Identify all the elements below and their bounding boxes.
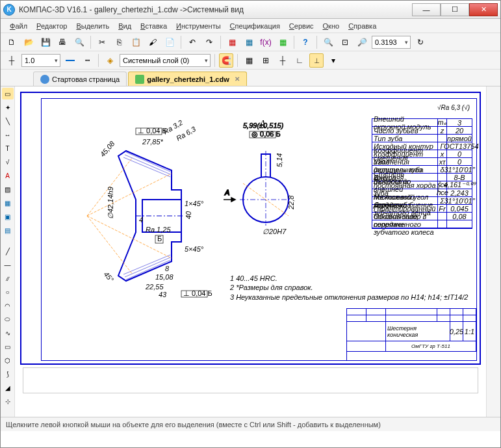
axis-tool[interactable]: A (2, 170, 14, 181)
library-button[interactable]: ▦ (242, 35, 256, 49)
layer-icon[interactable]: ◈ (103, 53, 117, 68)
menu-help[interactable]: Справка (344, 21, 380, 31)
para-tool[interactable]: ⫽ (2, 272, 14, 284)
menu-select[interactable]: Выделить (72, 21, 113, 31)
note-3: 3 Неуказанные предельные отклонения разм… (230, 293, 468, 302)
paste-button[interactable]: 📋 (129, 35, 143, 49)
hatch-tool[interactable]: ▨ (2, 183, 14, 195)
drawing-sheet: √Ra 6,3 (√) (20, 92, 481, 365)
aux-tool[interactable]: ⊹ (2, 395, 14, 407)
properties-button[interactable]: 📄 (162, 35, 177, 49)
zoom-in-button[interactable]: 🔍 (321, 35, 335, 49)
svg-text:45°: 45° (102, 270, 115, 283)
point-tool[interactable]: ✦ (2, 101, 14, 113)
fillet-tool[interactable]: ⟆ (2, 368, 14, 380)
hline-tool[interactable]: — (2, 259, 14, 270)
menu-editor[interactable]: Редактор (32, 21, 71, 31)
line-style-button[interactable]: ┼ (5, 53, 19, 68)
grid-button[interactable]: ▦ (242, 53, 256, 68)
rect-tool[interactable]: ▭ (2, 341, 14, 352)
circle-tool[interactable]: ○ (2, 286, 14, 298)
tab-start-page[interactable]: Стартовая страница (33, 72, 127, 86)
menu-tools[interactable]: Инструменты (172, 21, 225, 31)
svg-line-10 (87, 174, 172, 216)
brush-button[interactable]: 🖌 (146, 35, 160, 49)
preview-button[interactable]: 🔍 (72, 35, 86, 49)
copy-button[interactable]: ⎘ (112, 35, 126, 49)
menu-service[interactable]: Сервис (285, 21, 318, 31)
spec-tool[interactable]: ▤ (2, 224, 14, 236)
message-panel (23, 367, 478, 393)
open-button[interactable]: 📂 (21, 35, 36, 49)
close-tab-icon[interactable]: ✕ (235, 75, 240, 83)
table-tool[interactable]: ▦ (2, 197, 14, 209)
svg-text:5,14: 5,14 (276, 153, 283, 167)
save-button[interactable]: 💾 (38, 35, 53, 49)
kompas-icon (40, 75, 49, 84)
variables-button[interactable]: f(x) (259, 35, 273, 49)
refresh-button[interactable]: ↻ (413, 35, 428, 49)
section-view: А ◎ 0,06 Б 5,99(±0,515) (230, 118, 308, 248)
chamfer-tool[interactable]: ◢ (2, 382, 14, 393)
drawing-canvas[interactable]: √Ra 6,3 (√) (15, 86, 486, 417)
zoom-out-button[interactable]: 🔎 (355, 35, 369, 49)
status-text: Щелкните левой кнопкой мыши на объекте д… (6, 421, 381, 428)
svg-text:Б: Б (157, 235, 162, 243)
right-scroll-panel[interactable] (486, 86, 500, 417)
svg-line-9 (87, 216, 133, 274)
arc-tool[interactable]: ◠ (2, 300, 14, 311)
ellipse-tool[interactable]: ⬭ (2, 313, 14, 325)
svg-text:15,08: 15,08 (155, 273, 173, 281)
tab-document[interactable]: gallery_chertezhi_1.cdw ✕ (128, 72, 247, 86)
dimension-tool[interactable]: ↔ (2, 129, 14, 140)
menu-spec[interactable]: Спецификация (226, 21, 284, 31)
text-tool[interactable]: T (2, 142, 14, 154)
report-button[interactable]: ▦ (276, 35, 290, 49)
print-button[interactable]: 🖶 (55, 35, 70, 49)
menu-file[interactable]: Файл (6, 21, 31, 31)
help-button[interactable]: ? (298, 35, 313, 49)
zoom-value-dropdown[interactable]: 0.3193 (372, 36, 411, 49)
view-tool[interactable]: ▣ (2, 211, 14, 222)
ortho-button[interactable]: ┼ (276, 53, 290, 68)
general-roughness: √Ra 6,3 (√) (437, 104, 470, 111)
status-bar: Щелкните левой кнопкой мыши на объекте д… (1, 417, 500, 431)
segment-tool[interactable]: ╱ (2, 245, 14, 257)
manager-button[interactable]: ▦ (225, 35, 239, 49)
line-width-dropdown[interactable]: 1.0 (21, 54, 60, 67)
layer-dropdown[interactable]: Системный слой (0) (120, 54, 211, 67)
svg-line-2 (126, 152, 170, 172)
svg-text:1×45°: 1×45° (185, 200, 204, 207)
undo-button[interactable]: ↶ (185, 35, 199, 49)
grid-settings-button[interactable]: ⊞ (259, 53, 273, 68)
zoom-fit-button[interactable]: ⊡ (338, 35, 352, 49)
svg-text:5×45°: 5×45° (185, 245, 204, 253)
line-tool[interactable]: ╲ (2, 115, 14, 127)
roughness-tool[interactable]: √ (2, 156, 14, 168)
polygon-tool[interactable]: ⬡ (2, 354, 14, 366)
new-button[interactable]: 🗋 (5, 35, 19, 49)
redo-button[interactable]: ↷ (202, 35, 216, 49)
cut-button[interactable]: ✂ (95, 35, 109, 49)
solid-line-icon[interactable] (63, 53, 77, 68)
svg-text:22,8: 22,8 (287, 195, 295, 210)
main-view: 27,85* 22,55 43 15,08 8 4 5×45° 1×45° 40… (81, 125, 211, 294)
svg-text:45,08: 45,08 (98, 139, 116, 158)
menu-insert[interactable]: Вставка (136, 21, 171, 31)
global-snap-button[interactable]: ∟ (292, 53, 307, 68)
maximize-button[interactable]: ☐ (441, 3, 469, 16)
line-type-button[interactable]: ┉ (80, 53, 94, 68)
minimize-button[interactable]: — (412, 3, 441, 16)
document-tabs: Стартовая страница gallery_chertezhi_1.c… (1, 70, 500, 86)
snap-dropdown-button[interactable]: ▾ (326, 53, 340, 68)
snap-button[interactable]: 🧲 (219, 53, 233, 68)
spline-tool[interactable]: ∿ (2, 327, 14, 339)
close-button[interactable]: ✕ (469, 3, 498, 16)
svg-text:◎ 0,06 Б: ◎ 0,06 Б (251, 130, 281, 138)
menu-view[interactable]: Вид (114, 21, 135, 31)
menu-window[interactable]: Окно (319, 21, 344, 31)
svg-text:43: 43 (159, 291, 167, 298)
select-tool[interactable]: ▭ (2, 88, 14, 99)
note-1: 1 40...45 HRC. (230, 274, 468, 283)
local-cs-button[interactable]: ⟂ (309, 53, 324, 68)
